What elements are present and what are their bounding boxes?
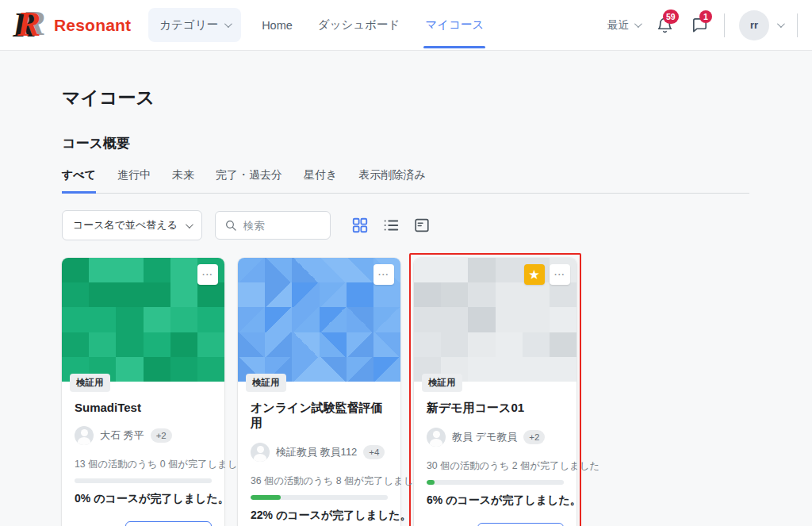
- tab-all[interactable]: すべて: [62, 168, 96, 194]
- nav-dashboard[interactable]: ダッシュボード: [307, 0, 412, 50]
- more-teachers-badge[interactable]: +4: [363, 445, 385, 459]
- search-icon: [224, 219, 237, 232]
- card-body: 新デモ用コース01 教員 デモ教員 +2 30 個の活動のうち 2 個が完了しま…: [414, 382, 576, 526]
- tab-removed[interactable]: 表示削除済み: [358, 168, 425, 194]
- navbar-right: 最近 59 1 rr: [607, 0, 798, 50]
- course-title[interactable]: オンライン試験監督評価用: [251, 401, 388, 431]
- chevron-down-icon: [186, 221, 193, 228]
- user-menu[interactable]: rr: [739, 10, 783, 40]
- card-menu-button[interactable]: ···: [550, 264, 570, 285]
- card-body: SumadiTest 大石 秀平 +2 13 個の活動のうち 0 個が完了しまし…: [62, 382, 224, 526]
- view-switcher: [351, 217, 431, 234]
- card-menu-button[interactable]: ···: [197, 264, 218, 285]
- teacher-name: 検証教員 教員112: [276, 445, 357, 459]
- divider: [797, 13, 798, 37]
- nav-home[interactable]: Home: [251, 0, 304, 50]
- course-category-badge: 検証用: [246, 374, 286, 392]
- activity-summary: 36 個の活動のうち 8 個が完了しました: [251, 474, 388, 488]
- avatar: rr: [739, 10, 769, 40]
- resonant-logo-icon: RRR: [13, 8, 48, 43]
- course-card-sumaditest: ··· 検証用 SumadiTest 大石 秀平 +2 13 個の活動のうち 0…: [62, 258, 224, 526]
- summary-view-icon[interactable]: [413, 217, 431, 234]
- teacher-row: 大石 秀平 +2: [75, 426, 212, 445]
- primary-nav: カテゴリー Home ダッシュボード マイコース: [148, 0, 495, 50]
- course-cards-row: ··· 検証用 SumadiTest 大石 秀平 +2 13 個の活動のうち 0…: [62, 258, 749, 526]
- search-input[interactable]: [243, 220, 319, 232]
- chevron-down-icon: [777, 20, 785, 28]
- course-category-badge: 検証用: [422, 374, 462, 392]
- chevron-down-icon: [634, 20, 642, 28]
- star-button[interactable]: ★: [524, 264, 545, 285]
- course-title[interactable]: 新デモ用コース01: [427, 401, 564, 416]
- progress-bar: [427, 480, 564, 485]
- course-category-badge: 検証用: [70, 374, 110, 392]
- divider: [724, 13, 725, 37]
- progress-fill: [251, 495, 281, 500]
- teacher-avatar-icon: [427, 428, 446, 447]
- list-view-icon[interactable]: [382, 217, 400, 234]
- brand-logo[interactable]: RRR Resonant: [13, 0, 131, 50]
- more-teachers-badge[interactable]: +2: [523, 430, 545, 444]
- course-filter-tabs: すべて 進行中 未来 完了・過去分 星付き 表示削除済み: [62, 168, 749, 194]
- course-card-online-exam: ··· 検証用 オンライン試験監督評価用 検証教員 教員112 +4 36 個の…: [238, 258, 400, 526]
- recent-label: 最近: [607, 18, 629, 33]
- course-search[interactable]: [215, 211, 331, 240]
- card-menu-button[interactable]: ···: [373, 264, 394, 285]
- completion-text: 22% のコースが完了しました。: [251, 509, 388, 523]
- teacher-row: 教員 デモ教員 +2: [427, 428, 564, 447]
- course-image[interactable]: ★ ···: [414, 258, 576, 382]
- teacher-name: 教員 デモ教員: [452, 430, 517, 444]
- nav-my-courses[interactable]: マイコース: [414, 0, 495, 50]
- tab-in-progress[interactable]: 進行中: [117, 168, 151, 194]
- nav-categories-dropdown[interactable]: カテゴリー: [148, 8, 241, 42]
- message-count-badge: 1: [699, 10, 712, 23]
- chevron-down-icon: [224, 20, 232, 28]
- top-navbar: RRR Resonant カテゴリー Home ダッシュボード マイコース 最近…: [0, 0, 812, 51]
- view-course-button[interactable]: コースを表示: [477, 523, 564, 526]
- brand-name: Resonant: [54, 16, 131, 35]
- progress-fill: [427, 480, 435, 485]
- card-body: オンライン試験監督評価用 検証教員 教員112 +4 36 個の活動のうち 8 …: [238, 382, 400, 526]
- page-title: マイコース: [62, 86, 749, 110]
- highlight-annotation: ★ ··· 検証用 新デモ用コース01 教員 デモ教員 +2 30 個の活動のう…: [409, 253, 581, 526]
- sort-label: コース名で並べ替える: [73, 218, 178, 232]
- teacher-row: 検証教員 教員112 +4: [251, 443, 388, 462]
- course-title[interactable]: SumadiTest: [75, 401, 212, 414]
- completion-text: 6% のコースが完了しました。: [427, 493, 564, 508]
- course-image[interactable]: ···: [238, 258, 400, 382]
- progress-bar: [75, 478, 212, 483]
- teacher-name: 大石 秀平: [100, 428, 144, 443]
- course-card-new-demo: ★ ··· 検証用 新デモ用コース01 教員 デモ教員 +2 30 個の活動のう…: [414, 258, 576, 526]
- grid-view-icon[interactable]: [351, 217, 369, 234]
- view-course-button[interactable]: コースを表示: [125, 521, 212, 526]
- main-content: マイコース コース概要 すべて 進行中 未来 完了・過去分 星付き 表示削除済み…: [0, 51, 749, 526]
- completion-text: 0% のコースが完了しました。: [75, 492, 212, 506]
- notifications-button[interactable]: 59: [654, 15, 675, 36]
- nav-categories-label: カテゴリー: [159, 17, 218, 33]
- activity-summary: 30 個の活動のうち 2 個が完了しました: [427, 459, 564, 473]
- course-image[interactable]: ···: [62, 258, 224, 382]
- tab-past[interactable]: 完了・過去分: [216, 168, 282, 194]
- course-overview-heading: コース概要: [62, 134, 749, 152]
- teacher-avatar-icon: [251, 443, 270, 462]
- more-teachers-badge[interactable]: +2: [151, 428, 172, 443]
- activity-summary: 13 個の活動のうち 0 個が完了しました: [75, 458, 212, 471]
- filter-row: コース名で並べ替える: [62, 210, 749, 240]
- recent-dropdown[interactable]: 最近: [607, 18, 640, 33]
- progress-bar: [251, 495, 388, 500]
- notification-count-badge: 59: [663, 10, 679, 24]
- tab-future[interactable]: 未来: [172, 168, 194, 194]
- messages-button[interactable]: 1: [689, 15, 710, 36]
- teacher-avatar-icon: [75, 426, 94, 445]
- tab-starred[interactable]: 星付き: [304, 168, 337, 194]
- sort-dropdown[interactable]: コース名で並べ替える: [62, 210, 202, 240]
